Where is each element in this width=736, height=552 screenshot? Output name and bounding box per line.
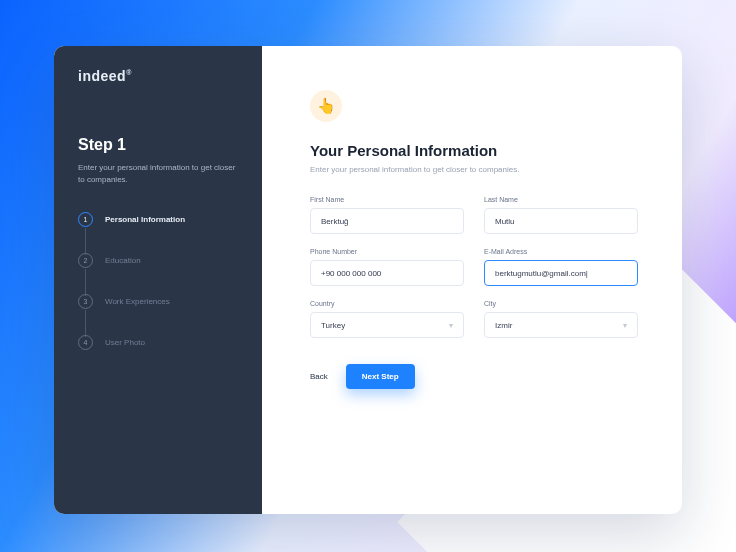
step-number-icon: 2 [78, 253, 93, 268]
step-personal-info[interactable]: 1 Personal Information [78, 212, 240, 253]
wizard-card: indeed Step 1 Enter your personal inform… [54, 46, 682, 514]
label-first-name: First Name [310, 196, 464, 203]
field-city: City Izmir ▾ [484, 300, 638, 338]
country-value: Turkey [321, 321, 345, 330]
step-list: 1 Personal Information 2 Education 3 Wor… [78, 212, 240, 350]
label-last-name: Last Name [484, 196, 638, 203]
last-name-input[interactable] [484, 208, 638, 234]
field-email: E-Mail Adress [484, 248, 638, 286]
step-label: User Photo [105, 338, 145, 347]
step-number-icon: 3 [78, 294, 93, 309]
step-number-icon: 4 [78, 335, 93, 350]
sidebar-title: Step 1 [78, 136, 240, 154]
city-select[interactable]: Izmir ▾ [484, 312, 638, 338]
back-button[interactable]: Back [310, 372, 328, 381]
chevron-down-icon: ▾ [449, 321, 453, 330]
label-phone: Phone Number [310, 248, 464, 255]
label-email: E-Mail Adress [484, 248, 638, 255]
chevron-down-icon: ▾ [623, 321, 627, 330]
step-label: Education [105, 256, 141, 265]
brand-logo: indeed [78, 68, 240, 84]
field-phone: Phone Number [310, 248, 464, 286]
sidebar: indeed Step 1 Enter your personal inform… [54, 46, 262, 514]
label-country: Country [310, 300, 464, 307]
step-label: Personal Information [105, 215, 185, 224]
email-input[interactable] [484, 260, 638, 286]
field-country: Country Turkey ▾ [310, 300, 464, 338]
sidebar-subtitle: Enter your personal information to get c… [78, 162, 240, 186]
label-city: City [484, 300, 638, 307]
step-label: Work Experiences [105, 297, 170, 306]
country-select[interactable]: Turkey ▾ [310, 312, 464, 338]
field-last-name: Last Name [484, 196, 638, 234]
form-subtitle: Enter your personal information to get c… [310, 165, 638, 174]
form-title: Your Personal Information [310, 142, 638, 159]
first-name-input[interactable] [310, 208, 464, 234]
step-user-photo[interactable]: 4 User Photo [78, 335, 240, 350]
step-education[interactable]: 2 Education [78, 253, 240, 294]
form-panel: 👆 Your Personal Information Enter your p… [262, 46, 682, 514]
city-value: Izmir [495, 321, 512, 330]
step-number-icon: 1 [78, 212, 93, 227]
next-step-button[interactable]: Next Step [346, 364, 415, 389]
pointer-icon: 👆 [310, 90, 342, 122]
step-work-experiences[interactable]: 3 Work Experiences [78, 294, 240, 335]
phone-input[interactable] [310, 260, 464, 286]
field-first-name: First Name [310, 196, 464, 234]
